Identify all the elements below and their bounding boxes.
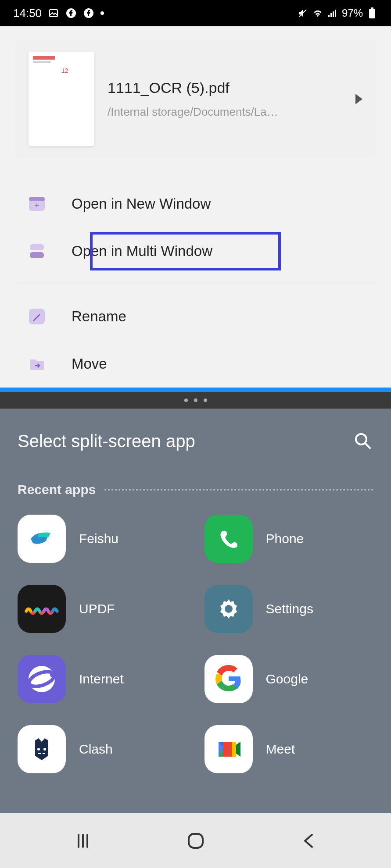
notification-dot-icon — [100, 11, 104, 15]
svg-rect-13 — [30, 244, 44, 250]
app-google[interactable]: Google — [204, 655, 374, 703]
facebook-icon — [83, 7, 94, 19]
settings-icon — [204, 585, 253, 633]
menu-open-multi-window[interactable]: Open in Multi Window — [15, 228, 376, 275]
app-settings[interactable]: Settings — [204, 585, 374, 633]
menu-divider — [15, 284, 376, 284]
rename-icon — [26, 306, 47, 327]
internet-icon — [18, 655, 66, 703]
search-button[interactable] — [352, 430, 373, 452]
app-label: Internet — [79, 672, 124, 687]
svg-rect-27 — [189, 834, 203, 848]
svg-rect-9 — [369, 9, 375, 18]
menu-label: Move — [72, 356, 107, 372]
app-internet[interactable]: Internet — [18, 655, 187, 703]
drag-indicator[interactable] — [0, 392, 391, 409]
app-label: Meet — [266, 742, 295, 757]
app-meet[interactable]: Meet — [204, 725, 374, 773]
image-icon — [48, 7, 59, 19]
section-header: Recent apps — [18, 482, 373, 497]
updf-icon — [18, 585, 66, 633]
svg-rect-0 — [50, 10, 57, 17]
file-card[interactable]: 12 1111_OCR (5).pdf /Internal storage/Do… — [15, 39, 376, 158]
selector-title: Select split-screen app — [18, 431, 195, 451]
svg-point-21 — [50, 672, 56, 678]
status-time: 14:50 — [13, 7, 42, 20]
meet-icon — [204, 725, 253, 773]
svg-point-22 — [37, 748, 40, 751]
app-label: Clash — [79, 742, 113, 757]
menu-rename[interactable]: Rename — [15, 293, 376, 340]
app-feishu[interactable]: Feishu — [18, 515, 187, 563]
menu-label: Open in Multi Window — [72, 243, 212, 260]
app-label: Feishu — [79, 531, 118, 546]
file-name: 1111_OCR (5).pdf — [108, 79, 342, 96]
svg-text:+: + — [35, 201, 39, 210]
split-drag-handle[interactable] — [0, 388, 391, 392]
app-label: UPDF — [79, 601, 115, 616]
svg-rect-7 — [335, 10, 336, 17]
file-thumbnail: 12 — [29, 52, 94, 146]
status-right: 97% — [297, 7, 378, 19]
wifi-icon — [312, 7, 323, 19]
svg-line-17 — [365, 443, 370, 448]
menu-label: Open in New Window — [72, 196, 211, 212]
split-screen-selector: Select split-screen app Recent apps Feis… — [0, 409, 391, 868]
app-updf[interactable]: UPDF — [18, 585, 187, 633]
battery-icon — [366, 7, 378, 19]
svg-point-18 — [225, 605, 233, 613]
phone-icon — [204, 515, 253, 563]
move-icon — [26, 353, 47, 374]
app-label: Phone — [266, 531, 304, 546]
svg-rect-11 — [29, 197, 45, 201]
clash-icon — [18, 725, 66, 773]
nav-home[interactable] — [183, 828, 209, 854]
new-window-icon: + — [26, 193, 47, 214]
selector-header: Select split-screen app — [18, 430, 373, 452]
mute-icon — [297, 7, 308, 19]
status-left: 14:50 — [13, 7, 104, 20]
dotted-divider — [104, 489, 373, 491]
chevron-right-icon — [355, 94, 362, 104]
app-label: Google — [266, 672, 308, 687]
menu-open-new-window[interactable]: + Open in New Window — [15, 180, 376, 228]
menu-label: Rename — [72, 308, 126, 325]
svg-point-23 — [43, 748, 46, 751]
file-path: /Internal storage/Documents/La… — [108, 105, 342, 119]
section-title: Recent apps — [18, 482, 96, 497]
file-info: 1111_OCR (5).pdf /Internal storage/Docum… — [108, 79, 342, 119]
nav-back[interactable] — [295, 828, 322, 854]
app-label: Settings — [266, 601, 313, 616]
signal-icon — [327, 7, 338, 19]
thumb-page-number: 12 — [61, 67, 68, 74]
svg-rect-14 — [30, 252, 44, 258]
menu-move[interactable]: Move — [15, 340, 376, 388]
file-context-pane: 12 1111_OCR (5).pdf /Internal storage/Do… — [0, 26, 391, 388]
multi-window-icon — [26, 241, 47, 262]
facebook-icon — [65, 7, 77, 19]
status-bar: 14:50 97% — [0, 0, 391, 26]
feishu-icon — [18, 515, 66, 563]
battery-percent: 97% — [342, 7, 363, 19]
nav-recents[interactable] — [70, 828, 96, 854]
google-icon — [204, 655, 253, 703]
app-grid: Feishu Phone UPDF Settings Internet — [18, 515, 373, 773]
svg-rect-5 — [330, 13, 332, 17]
app-clash[interactable]: Clash — [18, 725, 187, 773]
svg-rect-8 — [371, 7, 373, 9]
nav-bar — [0, 813, 391, 868]
svg-rect-4 — [328, 15, 330, 17]
svg-rect-6 — [333, 11, 334, 17]
app-phone[interactable]: Phone — [204, 515, 374, 563]
